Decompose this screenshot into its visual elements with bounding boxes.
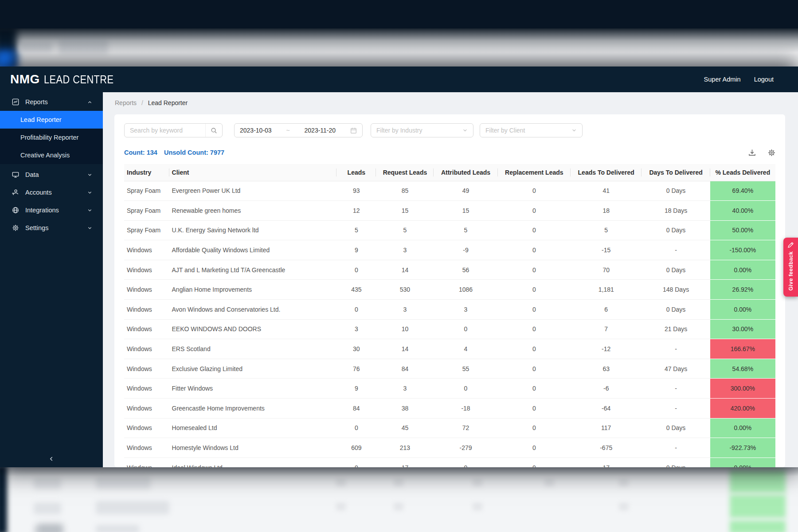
date-from[interactable]: 2023-10-03 [240,127,272,134]
cell-pct-leads-delivered: 0.00% [710,458,775,467]
cell-industry: Spray Foam [124,181,169,201]
cell-client: U.K. Energy Saving Network ltd [169,220,337,240]
cell-request-leads: 45 [376,418,434,438]
bottom-shadow-gradient [0,467,798,532]
sidebar-item-creative-analysis[interactable]: Creative Analysis [0,146,103,164]
cell-pct-leads-delivered: 69.40% [710,181,775,201]
download-icon[interactable] [748,149,756,156]
table-row[interactable]: Windows Homestyle Windows Ltd 609 213 -2… [124,438,775,458]
feedback-label: Give feedback [788,251,794,291]
table-row[interactable]: Windows EEKO WINDOWS AND DOORS 3 10 0 0 … [124,319,775,339]
sidebar-item-integrations[interactable]: Integrations [0,201,103,219]
industry-filter-select[interactable]: Filter by Industry [371,123,473,137]
user-icon [12,189,19,196]
sidebar-item-profitability-reporter[interactable]: Profitability Reporter [0,129,103,146]
app-window: NMG LEAD CENTRE Super Admin Logout Repor… [0,66,798,467]
table-row[interactable]: Windows Affordable Quality Windows Limit… [124,240,775,260]
column-industry[interactable]: Industry [124,164,169,181]
cell-leads-to-delivered: -15 [571,240,642,260]
count-label: Count: 134 [124,149,157,156]
cell-leads-to-delivered: -675 [571,438,642,458]
cell-days-to-delivered: 0 Days [642,260,710,280]
cell-industry: Windows [124,339,169,359]
table-row[interactable]: Windows ERS Scotland 30 14 4 0 -12 - 166… [124,339,775,359]
table-row[interactable]: Windows AJT and L Marketing Ltd T/A Gree… [124,260,775,280]
column-leads[interactable]: Leads [336,164,376,181]
cell-leads-to-delivered: -6 [571,379,642,399]
column-request-leads[interactable]: Request Leads [376,164,434,181]
column-attributed-leads[interactable]: Attributed Leads [434,164,497,181]
search-button[interactable] [205,124,222,137]
cell-leads: 609 [336,438,376,458]
table-row[interactable]: Spray Foam Evergreen Power UK Ltd 93 85 … [124,181,775,201]
column-days-to-delivered[interactable]: Days To Delivered [642,164,710,181]
cell-client: Fitter Windows [169,379,337,399]
date-range-picker[interactable]: 2023-10-03 ~ 2023-11-20 [234,123,363,137]
cell-replacement-leads: 0 [498,260,571,280]
user-menu[interactable]: Super Admin [704,76,741,83]
table-row[interactable]: Windows Homesealed Ltd 0 45 72 0 117 0 D… [124,418,775,438]
table-row[interactable]: Windows Ideal Windows Ltd 0 17 0 0 17 0 … [124,458,775,467]
sidebar-label-accounts: Accounts [25,189,81,196]
calendar-icon [350,127,357,134]
cell-industry: Windows [124,438,169,458]
header-user-area: Super Admin Logout [704,76,774,83]
cell-leads-to-delivered: 1,181 [571,280,642,300]
client-filter-select[interactable]: Filter by Client [480,123,583,137]
table-row[interactable]: Windows Exclusive Glazing Limited 76 84 … [124,359,775,379]
breadcrumb-separator: / [141,99,143,106]
cell-leads-to-delivered: 63 [571,359,642,379]
date-to[interactable]: 2023-11-20 [305,127,336,134]
cell-days-to-delivered: - [642,399,710,419]
cell-leads-to-delivered: -64 [571,399,642,419]
table-row[interactable]: Windows Fitter Windows 9 3 0 0 -6 - 300.… [124,379,775,399]
table-row[interactable]: Spray Foam Renewable green homes 12 15 1… [124,201,775,221]
table-row[interactable]: Windows Greencastle Home Improvements 84… [124,399,775,419]
sidebar-collapse-button[interactable] [0,450,103,467]
sidebar-item-lead-reporter[interactable]: Lead Reporter [0,111,103,129]
filter-bar: Search by keyword 2023-10-03 ~ 2023-11-2… [124,123,775,137]
cell-client: Renewable green homes [169,201,337,221]
table-row[interactable]: Windows Anglian Home Improvements 435 53… [124,280,775,300]
column-replacement-leads[interactable]: Replacement Leads [498,164,571,181]
cell-attributed-leads: -18 [434,399,497,419]
table-row[interactable]: Spray Foam U.K. Energy Saving Network lt… [124,220,775,240]
gear-icon[interactable] [768,149,775,156]
app-header: NMG LEAD CENTRE Super Admin Logout [0,66,798,92]
logout-link[interactable]: Logout [754,76,774,83]
table-row[interactable]: Windows Avon Windows and Conservatories … [124,300,775,320]
cell-replacement-leads: 0 [498,319,571,339]
sidebar-item-accounts[interactable]: Accounts [0,184,103,201]
cell-client: Homestyle Windows Ltd [169,438,337,458]
breadcrumb-current: Lead Reporter [148,99,188,106]
give-feedback-button[interactable]: Give feedback [783,238,798,297]
cell-pct-leads-delivered: 50.00% [710,220,775,240]
breadcrumb: Reports / Lead Reporter [115,99,785,108]
search-input[interactable]: Search by keyword [124,123,223,137]
chevron-up-icon [87,100,92,105]
cell-request-leads: 14 [376,339,434,359]
integrations-icon [12,207,19,214]
cell-attributed-leads: 0 [434,458,497,467]
cell-industry: Windows [124,280,169,300]
cell-replacement-leads: 0 [498,181,571,201]
sidebar-item-reports[interactable]: Reports [0,93,103,111]
sidebar-item-settings[interactable]: Settings [0,219,103,237]
chevron-down-icon [87,226,92,231]
column-pct-leads-delivered[interactable]: % Leads Delivered [710,164,775,181]
unsold-count-label: Unsold Count: 7977 [164,149,224,156]
table-header-row: Industry Client Leads Request Leads Attr… [124,164,775,181]
column-client[interactable]: Client [169,164,337,181]
breadcrumb-reports[interactable]: Reports [115,99,137,106]
cell-client: EEKO WINDOWS AND DOORS [169,319,337,339]
cell-days-to-delivered: - [642,240,710,260]
column-leads-to-delivered[interactable]: Leads To Delivered [571,164,642,181]
cell-replacement-leads: 0 [498,220,571,240]
sidebar-item-data[interactable]: Data [0,166,103,184]
chevron-down-icon [462,128,468,133]
cell-client: Avon Windows and Conservatories Ltd. [169,300,337,320]
cell-client: AJT and L Marketing Ltd T/A Greencastle [169,260,337,280]
cell-leads: 9 [336,240,376,260]
cell-industry: Windows [124,399,169,419]
cell-replacement-leads: 0 [498,458,571,467]
